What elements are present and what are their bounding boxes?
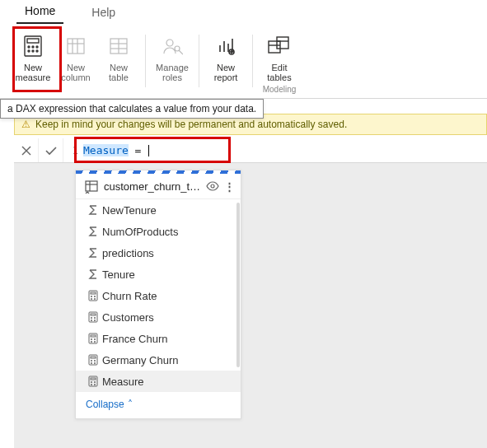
- field-label: Germany Churn: [102, 354, 178, 366]
- table-icon: [84, 179, 99, 194]
- svg-point-58: [91, 362, 91, 363]
- svg-line-18: [179, 50, 183, 54]
- warning-icon: ⚠: [21, 119, 30, 130]
- ribbon-group-roles: Manage roles: [151, 30, 194, 96]
- column-icon: [63, 33, 89, 59]
- field-row[interactable]: Customers: [76, 306, 241, 328]
- field-row[interactable]: Germany Churn: [76, 349, 241, 371]
- svg-rect-55: [91, 357, 96, 358]
- calculator-icon: [87, 311, 102, 323]
- new-measure-label: New measure: [16, 63, 51, 82]
- svg-point-46: [91, 320, 91, 320]
- collapse-button[interactable]: Collapse ˄: [76, 392, 143, 418]
- svg-point-16: [166, 40, 173, 46]
- sigma-icon: [87, 204, 102, 216]
- field-label: Customers: [102, 311, 154, 324]
- ribbon: New measure New column New table Manage …: [0, 25, 487, 99]
- new-measure-button[interactable]: New measure: [12, 30, 54, 84]
- field-label: NewTenure: [102, 204, 157, 217]
- field-row[interactable]: Measure: [76, 371, 241, 392]
- svg-point-52: [91, 341, 91, 342]
- canvas: customer_churn_test_... ⋮ NewTenureNumOf…: [14, 163, 487, 448]
- visibility-icon[interactable]: [206, 181, 219, 191]
- field-label: NumOfProducts: [102, 226, 178, 238]
- calculator-icon: [87, 333, 102, 344]
- new-column-label: New column: [61, 63, 90, 82]
- svg-point-7: [36, 50, 38, 52]
- field-label: Churn Rate: [102, 290, 157, 302]
- ribbon-separator: [145, 35, 146, 87]
- report-icon: [213, 33, 239, 59]
- svg-point-57: [94, 360, 95, 361]
- ribbon-group-calc: New measure New column New table: [12, 30, 140, 96]
- new-column-button[interactable]: New column: [54, 30, 97, 84]
- field-row[interactable]: NewTenure: [76, 199, 241, 221]
- field-row[interactable]: NumOfProducts: [76, 221, 241, 242]
- tab-help[interactable]: Help: [83, 2, 124, 24]
- formula-bar: 1 Measure =: [14, 138, 487, 163]
- manage-roles-label: Manage roles: [156, 63, 189, 82]
- ribbon-separator: [252, 35, 253, 87]
- formula-input[interactable]: Measure =: [83, 144, 487, 157]
- svg-point-41: [94, 298, 95, 299]
- field-label: Measure: [102, 376, 144, 388]
- svg-point-4: [36, 46, 38, 48]
- svg-point-39: [94, 296, 95, 296]
- new-table-label: New table: [109, 63, 129, 82]
- new-report-button[interactable]: New report: [204, 30, 247, 84]
- field-label: France Churn: [102, 333, 167, 345]
- scrollbar[interactable]: [236, 203, 240, 367]
- ribbon-group-modeling: Edit tables Modeling: [258, 30, 301, 96]
- cancel-formula-button[interactable]: [14, 138, 39, 162]
- formula-input-wrap[interactable]: 1 Measure =: [63, 138, 487, 162]
- new-table-button[interactable]: New table: [97, 30, 140, 84]
- edit-tables-icon: [266, 33, 293, 59]
- svg-point-38: [91, 296, 91, 296]
- svg-point-51: [94, 338, 95, 339]
- calculator-icon: [87, 290, 102, 301]
- svg-point-6: [32, 50, 34, 52]
- roles-icon: [159, 33, 185, 59]
- panel-header: customer_churn_test_... ⋮: [76, 174, 241, 199]
- manage-roles-button[interactable]: Manage roles: [151, 30, 194, 84]
- svg-point-59: [94, 362, 95, 363]
- svg-point-35: [211, 184, 214, 188]
- field-row[interactable]: Tenure: [76, 264, 241, 285]
- ribbon-group-report: New report: [204, 30, 247, 96]
- field-row[interactable]: predictions: [76, 242, 241, 264]
- warning-text: Keep in mind your changes will be perman…: [35, 119, 347, 130]
- svg-point-50: [91, 338, 91, 339]
- tab-bar: Home Help: [0, 0, 487, 25]
- field-row[interactable]: Churn Rate: [76, 285, 241, 306]
- calculator-icon: [87, 376, 102, 387]
- line-number: 1: [67, 145, 78, 156]
- chevron-up-icon: ˄: [128, 399, 133, 410]
- svg-point-53: [94, 341, 95, 342]
- svg-point-47: [94, 320, 95, 320]
- table-icon: [105, 33, 132, 59]
- commit-formula-button[interactable]: [39, 138, 63, 162]
- more-icon[interactable]: ⋮: [222, 180, 236, 193]
- sigma-icon: [87, 247, 102, 259]
- ribbon-group-label: Modeling: [258, 85, 301, 94]
- ribbon-separator: [199, 35, 199, 87]
- svg-rect-32: [86, 181, 97, 191]
- edit-tables-button[interactable]: Edit tables: [258, 30, 301, 84]
- svg-rect-43: [91, 314, 96, 315]
- svg-point-64: [91, 384, 91, 385]
- edit-tables-label: Edit tables: [267, 63, 291, 82]
- calculator-icon: [20, 33, 46, 59]
- svg-rect-28: [277, 37, 288, 49]
- svg-point-63: [94, 381, 95, 382]
- svg-rect-1: [27, 39, 39, 43]
- svg-rect-37: [91, 292, 96, 294]
- svg-rect-49: [91, 335, 96, 337]
- svg-point-44: [91, 317, 91, 318]
- tab-home[interactable]: Home: [16, 1, 63, 24]
- svg-rect-61: [91, 378, 96, 380]
- sigma-icon: [87, 226, 102, 237]
- svg-point-45: [94, 317, 95, 318]
- panel-title: customer_churn_test_...: [104, 180, 203, 193]
- field-row[interactable]: France Churn: [76, 328, 241, 349]
- svg-point-2: [28, 46, 30, 48]
